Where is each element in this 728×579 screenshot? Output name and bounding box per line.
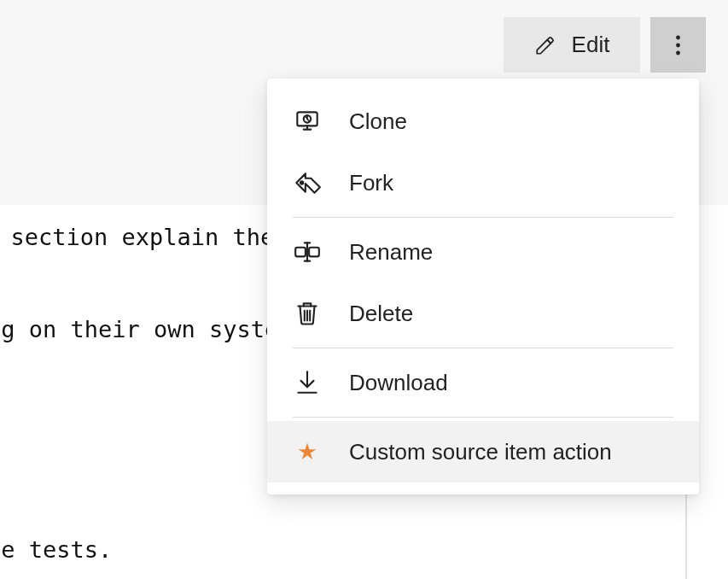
actions-dropdown: Clone Fork Rename [267,79,699,494]
svg-point-0 [676,35,680,39]
svg-point-2 [676,50,680,55]
menu-item-label: Download [349,370,448,396]
menu-divider [293,417,673,418]
download-icon [293,368,322,397]
menu-item-label: Custom source item action [349,439,612,465]
more-actions-button[interactable] [650,17,706,73]
menu-item-custom-action[interactable]: Custom source item action [267,421,699,482]
menu-item-fork[interactable]: Fork [267,152,699,213]
content-text-line: s section explain the [0,224,274,250]
menu-divider [293,348,673,348]
menu-item-delete[interactable]: Delete [267,283,699,344]
menu-item-clone[interactable]: Clone [267,91,699,152]
fork-icon [293,168,322,197]
edit-button-label: Edit [572,32,610,58]
menu-item-label: Delete [349,301,413,327]
svg-rect-7 [309,248,319,257]
pencil-icon [534,34,556,56]
menu-item-label: Rename [349,239,433,266]
rename-icon [293,237,322,266]
asterisk-icon [293,437,322,466]
menu-divider [293,217,673,218]
edit-button[interactable]: Edit [504,17,640,73]
menu-item-rename[interactable]: Rename [267,221,699,283]
content-text-line: ne tests. [0,536,112,563]
menu-item-label: Clone [349,108,407,135]
trash-icon [293,299,322,328]
menu-item-download[interactable]: Download [267,352,699,413]
content-text-line: ng on their own system [0,316,293,342]
clone-icon [293,107,322,136]
svg-rect-6 [295,248,306,257]
svg-point-1 [676,43,680,47]
menu-item-label: Fork [349,170,393,196]
svg-point-5 [300,180,304,184]
toolbar: Edit [504,17,706,73]
kebab-icon [676,35,680,56]
